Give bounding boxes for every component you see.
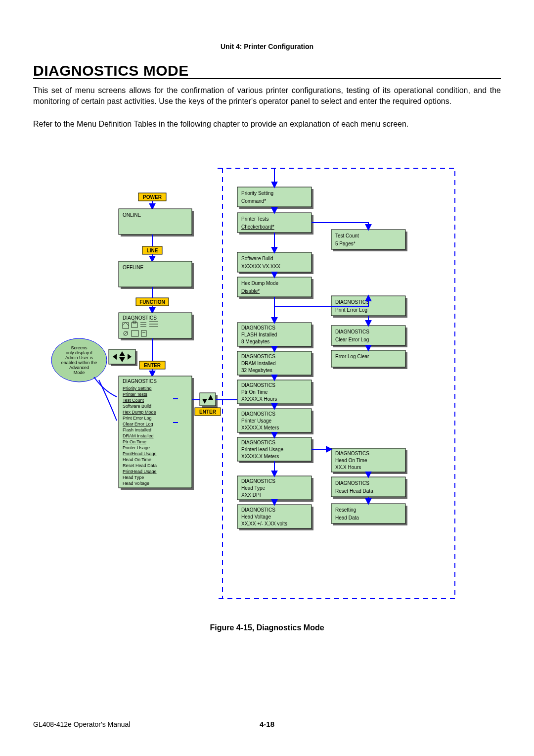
title-rule [33, 78, 501, 79]
offline-text: OFFLINE [123, 265, 144, 270]
box-line: Disable* [241, 288, 260, 294]
bubble-text: Mode [74, 370, 85, 375]
menu-item: Head Type [123, 475, 144, 480]
menu-item: Test Count [123, 398, 144, 403]
box-line: Reset Head Data [335, 488, 373, 494]
box-line: PrinterHead Usage [241, 447, 283, 452]
page-title: DIAGNOSTICS MODE [33, 62, 189, 79]
box-line: DIAGNOSTICS [241, 411, 275, 417]
box-line: Print Error Log [335, 307, 367, 313]
box-line: XXXXX.X Hours [241, 396, 277, 402]
menu-item: Software Build [123, 404, 151, 409]
menu-item: PrintHead Usage [123, 469, 157, 474]
box-line: Hex Dump Mode [241, 281, 278, 286]
clear-error-log-box [331, 326, 405, 345]
box-line: 8 Megabytes [241, 339, 269, 344]
menu-item: Printer Usage [123, 445, 150, 450]
priority-setting-box [237, 187, 312, 207]
menu-item: Priority Setting [123, 386, 152, 391]
box-line: Test Count [335, 233, 359, 238]
online-text: ONLINE [123, 212, 141, 218]
diagnostics-flowchart: POWER ONLINE LINE OFFLINE FUNCTION DIAG [59, 163, 460, 609]
box-line: Resetting [335, 507, 356, 513]
box-line: DIAGNOSTICS [241, 382, 275, 388]
box-line: XX.XX +/- X.XX volts [241, 521, 287, 526]
menu-item: Print Error Log [123, 416, 152, 421]
box-line: Command* [241, 198, 266, 204]
line-button-label: LINE [147, 248, 158, 253]
box-line: 5 Pages* [335, 241, 356, 246]
menu-item: Head On Time [123, 457, 151, 462]
bubble-text: Screens [71, 345, 88, 350]
box-line: 32 Megabytes [241, 368, 272, 373]
menu-item: PrintHead Usage [123, 451, 157, 456]
box-line: Head Voltage [241, 514, 271, 520]
box-line: DIAGNOSTICS [241, 478, 275, 484]
box-line: Priority Setting [241, 190, 273, 196]
box-line: Head On Time [335, 458, 367, 463]
box-line: Software Build [241, 256, 273, 261]
bubble-text: Advanced [69, 365, 89, 370]
menu-item: Clear Error Log [123, 422, 153, 426]
menu-item: DRAM Installed [123, 433, 154, 438]
box-line: XX.X Hours [335, 465, 361, 470]
figure-caption: Figure 4-15, Diagnostics Mode [0, 623, 534, 632]
intro-paragraph-2: Refer to the Menu Definition Tables in t… [33, 119, 501, 130]
box-line: FLASH Installed [241, 332, 277, 337]
menu-item: Hex Dump Mode [123, 410, 156, 415]
footer-page-number: 4-18 [0, 720, 534, 728]
bubble-text: enabled within the [61, 360, 97, 365]
printer-tests-box [237, 213, 312, 233]
box-line: Head Type [241, 485, 266, 491]
power-button-label: POWER [143, 194, 162, 200]
test-count-box [331, 230, 405, 249]
box-line: DIAGNOSTICS [335, 299, 369, 305]
box-line: DIAGNOSTICS [335, 480, 369, 486]
box-line: DIAGNOSTICS [335, 451, 369, 456]
box-line: Error Log Clear [335, 354, 369, 359]
box-line: XXXXX.X Meters [241, 454, 279, 459]
box-line: Printer Tests [241, 216, 268, 222]
intro-paragraph-1: This set of menu screens allows for the … [33, 85, 501, 106]
up-down-nav-icon [200, 393, 216, 406]
box-line: Clear Error Log [335, 337, 369, 342]
reset-head-data-box [331, 477, 405, 497]
resetting-head-data-box [331, 504, 405, 523]
bubble-text: Admin User is [65, 355, 93, 360]
page-header: Unit 4: Printer Configuration [0, 43, 534, 50]
box-line: DIAGNOSTICS [241, 440, 275, 445]
enter-button-2-label: ENTER [199, 409, 217, 415]
menu-item: Reset Head Data [123, 463, 157, 468]
box-line: Head Data [335, 515, 359, 520]
enter-button-1-label: ENTER [144, 363, 161, 368]
box-line: DIAGNOSTICS [241, 354, 275, 359]
menu-item: Printer Tests [123, 392, 147, 397]
box-line: Printer Usage [241, 418, 272, 424]
box-line: Checkerboard* [241, 224, 274, 230]
menu-item: Head Voltage [123, 481, 149, 486]
function-button-label: FUNCTION [139, 299, 165, 305]
box-line: XXXXXX VX.XXX [241, 264, 280, 269]
box-line: DIAGNOSTICS [335, 329, 369, 334]
menu-item: Ptr On Time [123, 439, 146, 444]
box-line: DIAGNOSTICS [241, 325, 275, 331]
diagnostics-title: DIAGNOSTICS [123, 315, 157, 321]
menu-item: Flash Installed [123, 427, 151, 432]
bubble-text: only display if [66, 350, 93, 355]
software-build-box [237, 252, 312, 272]
box-line: DRAM Installed [241, 361, 275, 366]
box-line: XXX DPI [241, 492, 261, 498]
box-line: DIAGNOSTICS [241, 507, 275, 513]
diagnostics-menu-title: DIAGNOSTICS [123, 378, 157, 384]
box-line: XXXXX.X Meters [241, 425, 279, 430]
box-line: Ptr On Time [241, 389, 268, 395]
hex-dump-box [237, 277, 312, 297]
